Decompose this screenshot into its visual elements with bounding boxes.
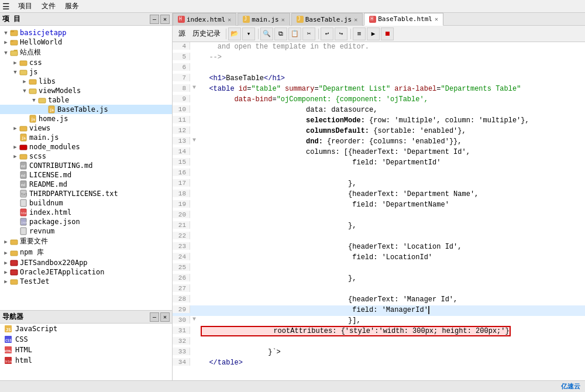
- tab-basetable-js[interactable]: J BaseTable.js ✕: [291, 13, 363, 26]
- code-line-8: 8 ▼ <table id="table" summary="Departmen…: [173, 84, 585, 95]
- toolbar-btn-1[interactable]: 📂: [228, 27, 241, 40]
- line-fold-toggle[interactable]: ▼: [190, 316, 198, 322]
- tree-toggle[interactable]: ▼: [12, 69, 19, 75]
- tree-toggle[interactable]: ▶: [12, 153, 19, 159]
- tab-close-button[interactable]: ✕: [354, 16, 357, 23]
- editor-toolbar: 源 历史记录 📂 ▾ 🔍 ⧉ 📋 ✂ ↩ ↪ ≡ ▶ ⏹: [173, 26, 585, 42]
- tree-toggle[interactable]: ▶: [2, 269, 9, 275]
- tree-item-home-js[interactable]: js home.js: [0, 114, 172, 123]
- panel-close-button[interactable]: ✕: [160, 15, 170, 24]
- tree-item-npm[interactable]: ▶ npm 库: [0, 247, 172, 258]
- tree-item-basetable-js[interactable]: js BaseTable.js: [0, 105, 172, 114]
- tree-label: OracleJETApplication: [20, 268, 105, 276]
- svg-rect-6: [20, 61, 27, 66]
- tree-item-important[interactable]: ▶ 重要文件: [0, 236, 172, 247]
- tree-item-buildnum[interactable]: buildnum: [0, 198, 172, 208]
- toolbar-btn-format[interactable]: ≡: [353, 27, 366, 40]
- bottom-item-html[interactable]: html html: [0, 355, 172, 366]
- tab-label: main.js: [252, 16, 278, 23]
- tree-label: main.js: [29, 133, 59, 142]
- tree-toggle[interactable]: ▶: [2, 278, 9, 284]
- source-button[interactable]: 源: [175, 27, 189, 40]
- panel-minimize-button[interactable]: —: [150, 15, 159, 24]
- menu-item-service[interactable]: 服务: [60, 1, 84, 12]
- bottom-item-html-cap[interactable]: HTML HTML: [0, 345, 172, 355]
- tree-item-jetsandbox[interactable]: ▶ JETSandbox220App: [0, 258, 172, 267]
- tab-basetable-html[interactable]: H BaseTable.html ✕: [364, 13, 443, 26]
- line-number: 24: [173, 253, 190, 260]
- menu-item-file[interactable]: 文件: [37, 1, 60, 12]
- tab-close-button[interactable]: ✕: [228, 16, 231, 23]
- bottom-panel-close[interactable]: ✕: [160, 312, 170, 322]
- history-button[interactable]: 历史记录: [189, 27, 224, 40]
- code-editor[interactable]: 4 and open the template in the editor. 5…: [173, 42, 585, 380]
- code-line-12: 12 columnsDefault: {sortable: 'enabled'}…: [173, 126, 585, 137]
- file-tree: ▼ basicjetapp ▶ HelloWorld ▼: [0, 26, 172, 310]
- tree-item-oraclejet[interactable]: ▶ OracleJETApplication: [0, 267, 172, 277]
- file-icon: [19, 199, 28, 207]
- tree-item-scss[interactable]: ▶ scss: [0, 152, 172, 161]
- toolbar-separator: [258, 29, 259, 39]
- tree-toggle[interactable]: ▼: [21, 88, 28, 94]
- tree-item-main-js[interactable]: js main.js: [0, 133, 172, 142]
- tree-item-testjet[interactable]: ▶ TestJet: [0, 277, 172, 286]
- tree-toggle[interactable]: ▶: [2, 39, 9, 45]
- line-number: 5: [173, 53, 190, 60]
- tree-item-js[interactable]: ▼ js: [0, 67, 172, 77]
- tree-item-license[interactable]: md LICENSE.md: [0, 170, 172, 180]
- tree-toggle[interactable]: ▼: [2, 30, 9, 36]
- line-content: -->: [198, 53, 585, 61]
- bottom-panel-minimize[interactable]: —: [150, 312, 159, 322]
- line-number: 13: [173, 137, 190, 145]
- tree-item-thirdparty[interactable]: txt THIRDPARTYLICENSE.txt: [0, 189, 172, 198]
- tree-toggle[interactable]: ▶: [2, 250, 9, 256]
- line-number: 32: [173, 337, 190, 345]
- line-fold-toggle[interactable]: ▼: [190, 84, 198, 91]
- tree-toggle[interactable]: ▶: [12, 144, 19, 150]
- tree-item-contributing[interactable]: md CONTRIBUTING.md: [0, 161, 172, 170]
- tab-close-button[interactable]: ✕: [435, 16, 438, 22]
- tree-toggle[interactable]: ▼: [30, 97, 37, 103]
- menu-item-project[interactable]: 项目: [13, 1, 37, 12]
- toolbar-btn-search[interactable]: 🔍: [260, 27, 273, 40]
- tree-item-package-json[interactable]: json package.json: [0, 217, 172, 226]
- svg-rect-1: [11, 30, 14, 32]
- tab-main-js[interactable]: J main.js ✕: [238, 13, 290, 26]
- tree-item-table[interactable]: ▼ table: [0, 95, 172, 105]
- tree-item-siteroot[interactable]: ▼ 站点根: [0, 47, 172, 58]
- tree-item-viewmodels[interactable]: ▼ viewModels: [0, 86, 172, 95]
- tree-item-views[interactable]: ▶ views: [0, 123, 172, 133]
- toolbar-btn-stop[interactable]: ⏹: [381, 27, 394, 40]
- tree-toggle[interactable]: ▶: [2, 260, 9, 266]
- tree-item-basicjetapp[interactable]: ▼ basicjetapp: [0, 28, 172, 37]
- toolbar-btn-redo[interactable]: ↪: [335, 27, 347, 40]
- bottom-item-js[interactable]: JS JavaScript: [0, 324, 172, 334]
- tree-toggle[interactable]: ▼: [2, 50, 9, 56]
- code-line-31: 31 rootAttributes: {'style':'width: 300p…: [173, 326, 585, 337]
- toolbar-btn-copy[interactable]: ⧉: [274, 27, 287, 40]
- svg-rect-3: [11, 40, 13, 42]
- toolbar-btn-paste[interactable]: 📋: [288, 27, 301, 40]
- toolbar-btn-cut[interactable]: ✂: [302, 27, 315, 40]
- tree-toggle[interactable]: ▶: [12, 125, 19, 131]
- line-fold-toggle[interactable]: ▼: [190, 137, 198, 143]
- toolbar-btn-dropdown[interactable]: ▾: [242, 27, 255, 40]
- toolbar-btn-undo[interactable]: ↩: [321, 27, 333, 40]
- tab-index-html[interactable]: H index.html ✕: [173, 13, 236, 26]
- toolbar-separator: [226, 29, 226, 39]
- tree-toggle[interactable]: ▶: [2, 239, 9, 245]
- tree-item-libs[interactable]: ▶ libs: [0, 77, 172, 86]
- toolbar-btn-run[interactable]: ▶: [367, 27, 380, 40]
- bottom-item-css[interactable]: CSS CSS: [0, 334, 172, 345]
- tree-toggle[interactable]: ▶: [12, 60, 19, 66]
- tree-item-node-modules[interactable]: ▶ node_modules: [0, 142, 172, 152]
- line-content: data-bind="ojComponent: {component: 'ojT…: [198, 95, 585, 104]
- tree-item-revnum[interactable]: revnum: [0, 226, 172, 236]
- tree-toggle[interactable]: ▶: [21, 78, 28, 84]
- tree-item-readme[interactable]: md README.md: [0, 180, 172, 189]
- tree-item-helloworld[interactable]: ▶ HelloWorld: [0, 37, 172, 47]
- tree-item-css[interactable]: ▶ css: [0, 58, 172, 67]
- tab-close-button[interactable]: ✕: [281, 16, 285, 23]
- tree-item-index-html[interactable]: html index.html: [0, 208, 172, 217]
- code-line-16: 16: [173, 169, 585, 179]
